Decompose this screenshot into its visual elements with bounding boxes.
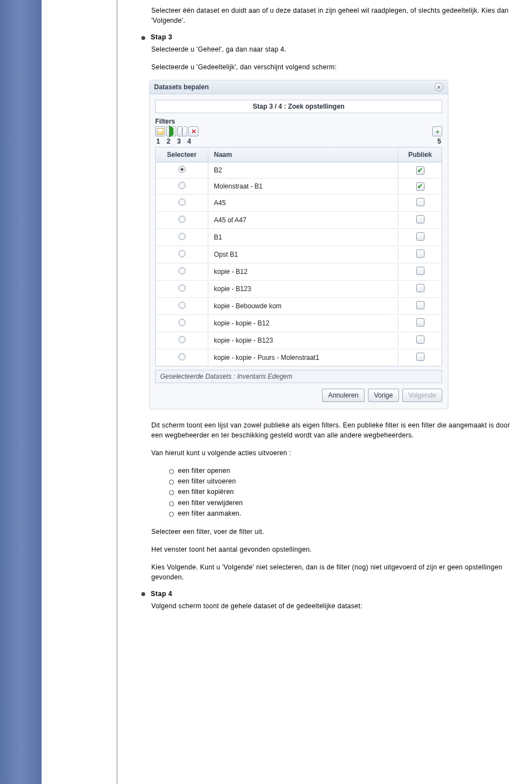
table-row[interactable]: B1	[156, 229, 442, 246]
add-filter-icon[interactable]: ＋	[432, 126, 442, 136]
row-public-checkbox[interactable]	[416, 232, 424, 241]
action-item: een filter aanmaken.	[169, 508, 515, 519]
row-name: B1	[208, 230, 398, 245]
row-public-checkbox[interactable]	[416, 250, 424, 258]
row-public-checkbox[interactable]	[416, 198, 424, 206]
after-dialog-p1: Dit scherm toont een lijst van zowel pub…	[151, 420, 515, 440]
delete-filter-icon[interactable]: ✕	[188, 126, 198, 136]
row-radio[interactable]	[178, 267, 186, 274]
step3-heading: Stap 3	[151, 33, 172, 41]
row-name: A45	[208, 196, 398, 210]
after-p4: Het venster toont het aantal gevonden op…	[151, 544, 515, 554]
actions-list: een filter openeneen filter uitvoereneen…	[151, 466, 515, 519]
col-header-selecteer: Selecteer	[156, 147, 208, 162]
row-name: kopie - kopie - Puurs - Molenstraat1	[208, 350, 398, 365]
volgende-button: Volgende	[402, 389, 442, 402]
row-radio[interactable]	[178, 319, 186, 326]
table-row[interactable]: kopie - kopie - B123	[156, 332, 442, 349]
filters-label: Filters	[155, 118, 442, 125]
left-gutter	[42, 0, 125, 784]
row-public-checkbox[interactable]: ✔	[416, 182, 424, 191]
row-radio[interactable]	[178, 250, 186, 257]
toolbar-number-4: 4	[187, 138, 191, 145]
sidebar-stripe	[0, 0, 42, 784]
row-radio[interactable]	[178, 166, 186, 173]
step4-text-1: Volgend scherm toont de gehele dataset o…	[151, 601, 515, 611]
wizard-step-banner: Stap 3 / 4 : Zoek opstellingen	[155, 100, 442, 113]
col-header-naam: Naam	[208, 147, 398, 162]
filters-table: Selecteer Naam Publiek B2✔Molenstraat - …	[155, 147, 442, 366]
row-radio[interactable]	[178, 198, 186, 206]
table-row[interactable]: kopie - B12	[156, 263, 442, 281]
table-row[interactable]: kopie - kopie - B12	[156, 315, 442, 332]
row-public-checkbox[interactable]: ✔	[416, 166, 424, 175]
row-radio[interactable]	[178, 336, 186, 343]
row-radio[interactable]	[178, 302, 186, 309]
step4-heading: Stap 4	[151, 590, 172, 598]
action-item: een filter kopiëren	[169, 487, 515, 497]
col-header-publiek: Publiek	[398, 147, 442, 162]
action-item: een filter verwijderen	[169, 498, 515, 508]
run-filter-icon[interactable]	[166, 126, 176, 136]
row-public-checkbox[interactable]	[416, 267, 424, 275]
table-row[interactable]: Opst B1	[156, 246, 442, 263]
row-name: kopie - B123	[208, 282, 398, 296]
intro-paragraph: Selecteer één dataset en duidt aan of u …	[151, 6, 515, 26]
row-name: kopie - B12	[208, 264, 398, 279]
table-row[interactable]: A45	[156, 195, 442, 212]
table-row[interactable]: kopie - Bebouwde kom	[156, 298, 442, 315]
dialog-title: Datasets bepalen	[154, 83, 209, 91]
after-p5: Kies Volgende. Kunt u 'Volgende' niet se…	[151, 562, 515, 582]
selected-datasets-footer: Geselecteerde Datasets : Inventaris Edeg…	[155, 370, 442, 383]
after-dialog-p2: Van hieruit kunt u volgende acties uitvo…	[151, 448, 515, 458]
row-name: kopie - kopie - B12	[208, 316, 398, 330]
row-public-checkbox[interactable]	[416, 284, 424, 292]
step3-text-1: Selecteerde u 'Geheel', ga dan naar stap…	[151, 44, 515, 54]
toolbar-number-2: 2	[167, 138, 171, 145]
row-name: kopie - kopie - B123	[208, 333, 398, 348]
row-name: A45 of A47	[208, 213, 398, 227]
annuleren-button[interactable]: Annuleren	[322, 389, 365, 402]
row-public-checkbox[interactable]	[416, 215, 424, 223]
action-item: een filter openen	[169, 466, 515, 476]
table-row[interactable]: kopie - B123	[156, 281, 442, 298]
row-public-checkbox[interactable]	[416, 301, 424, 309]
row-name: kopie - Bebouwde kom	[208, 299, 398, 313]
copy-filter-icon[interactable]	[177, 126, 187, 136]
table-row[interactable]: A45 of A47	[156, 212, 442, 229]
table-row[interactable]: kopie - kopie - Puurs - Molenstraat1	[156, 349, 442, 366]
row-radio[interactable]	[178, 233, 186, 240]
after-p3: Selecteer een filter, voer de filter uit…	[151, 527, 515, 537]
toolbar-number-3: 3	[177, 138, 181, 145]
bullet-icon	[141, 36, 145, 40]
row-radio[interactable]	[178, 182, 186, 189]
row-public-checkbox[interactable]	[416, 335, 424, 344]
row-name: Opst B1	[208, 247, 398, 262]
toolbar-number-1: 1	[156, 138, 160, 145]
row-name: Molenstraat - B1	[208, 179, 398, 194]
action-item: een filter uitvoeren	[169, 476, 515, 487]
row-name: B2	[208, 163, 398, 177]
step3-text-2: Selecteerde u 'Gedeeltelijk', dan versch…	[151, 62, 515, 72]
row-public-checkbox[interactable]	[416, 318, 424, 327]
row-radio[interactable]	[178, 216, 186, 223]
row-radio[interactable]	[178, 353, 186, 360]
row-public-checkbox[interactable]	[416, 353, 424, 361]
row-radio[interactable]	[178, 284, 186, 292]
bullet-icon	[141, 592, 145, 596]
document-body: Selecteer één dataset en duidt aan of u …	[125, 0, 532, 784]
table-row[interactable]: B2✔	[156, 162, 442, 179]
close-icon[interactable]: ×	[434, 83, 443, 91]
table-row[interactable]: Molenstraat - B1✔	[156, 179, 442, 195]
open-filter-icon[interactable]	[155, 126, 165, 136]
datasets-dialog: Datasets bepalen × Stap 3 / 4 : Zoek ops…	[149, 80, 448, 409]
toolbar-number-5: 5	[437, 138, 441, 145]
vorige-button[interactable]: Vorige	[368, 389, 399, 402]
